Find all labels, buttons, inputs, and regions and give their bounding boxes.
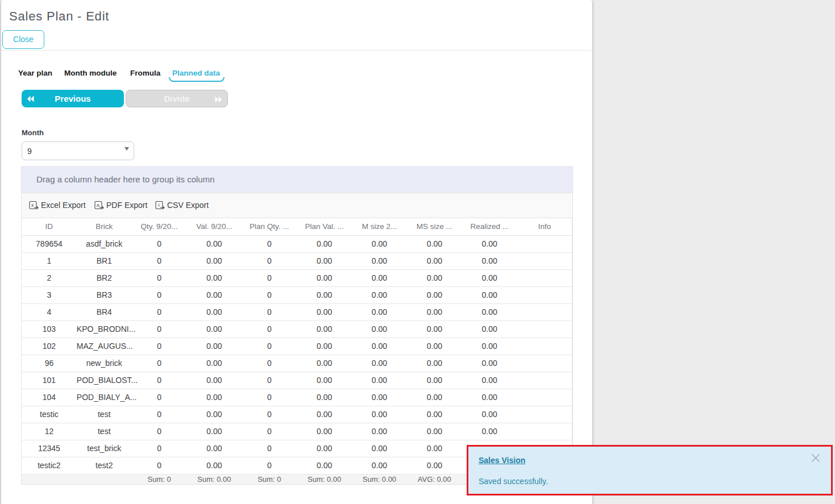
svg-text:A: A bbox=[97, 203, 100, 208]
svg-text:c: c bbox=[158, 203, 160, 207]
svg-text:x: x bbox=[31, 202, 34, 208]
